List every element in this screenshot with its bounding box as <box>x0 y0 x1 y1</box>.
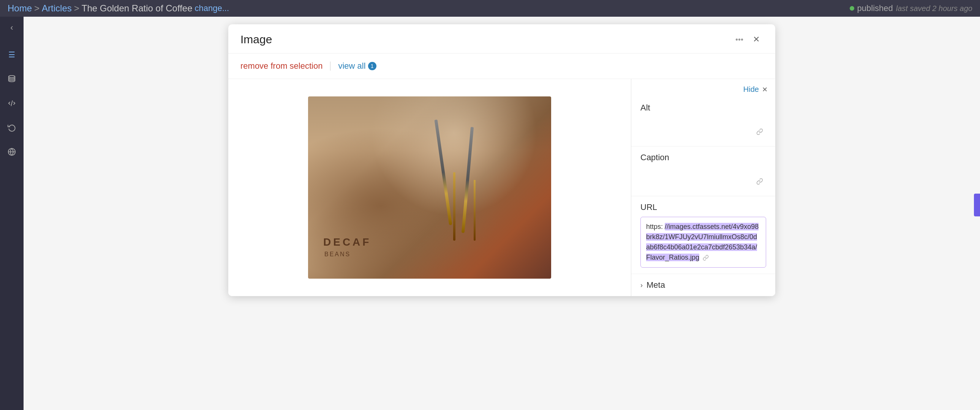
sidebar-icon-history[interactable] <box>5 121 19 134</box>
spoon-right-decoration <box>461 127 474 233</box>
content-area: Image ••• ✕ remove from selection view a… <box>24 17 980 410</box>
topbar: Home > Articles > The Golden Ratio of Co… <box>0 0 980 17</box>
url-text: https: //images.ctfassets.net/4v9xo98brk… <box>646 223 759 261</box>
coffee-drip-right <box>474 180 476 241</box>
sidebar-icon-globe[interactable] <box>5 145 19 159</box>
right-panel-header: Hide ✕ <box>631 79 775 97</box>
url-prefix: https: <box>646 223 665 230</box>
alt-link-icon <box>756 128 763 137</box>
alt-input-area[interactable] <box>640 117 766 140</box>
breadcrumb-articles[interactable]: Articles <box>42 3 72 14</box>
view-all-label: view all <box>338 61 366 71</box>
hide-button[interactable]: Hide <box>743 85 759 94</box>
modal-title: Image <box>240 33 272 46</box>
alt-label: Alt <box>640 103 766 113</box>
image-preview-area: DECAF BEANS <box>228 79 631 296</box>
modal-toolbar: remove from selection view all 1 <box>228 54 775 79</box>
sidebar-back-button[interactable]: ‹ <box>10 23 13 33</box>
meta-section: › Meta <box>631 274 775 296</box>
status-dot <box>850 6 854 11</box>
hide-close-icon[interactable]: ✕ <box>762 86 768 94</box>
decaf-text: DECAF <box>323 236 371 248</box>
coffee-image: DECAF BEANS <box>308 97 551 279</box>
svg-point-0 <box>9 76 15 78</box>
topbar-status: published last saved 2 hours ago <box>850 3 972 13</box>
right-panel: Hide ✕ Alt <box>631 79 775 296</box>
caption-field-section: Caption <box>631 146 775 196</box>
breadcrumb-home[interactable]: Home <box>8 3 32 14</box>
modal-close-button[interactable]: ✕ <box>749 33 763 46</box>
sidebar: ‹ ☰ <box>0 17 24 410</box>
caption-label: Caption <box>640 153 766 162</box>
url-input-box[interactable]: https: //images.ctfassets.net/4v9xo98brk… <box>640 217 766 268</box>
meta-chevron-icon: › <box>640 281 643 289</box>
meta-header[interactable]: › Meta <box>640 280 766 290</box>
change-link[interactable]: change... <box>195 3 229 13</box>
caption-link-icon <box>756 178 763 187</box>
url-label: URL <box>640 202 766 212</box>
modal-body: DECAF BEANS Hide ✕ Alt <box>228 79 775 296</box>
breadcrumb-sep2: > <box>74 3 80 14</box>
meta-label: Meta <box>646 280 665 290</box>
breadcrumb: Home > Articles > The Golden Ratio of Co… <box>8 3 229 14</box>
spoon-left-decoration <box>434 119 452 225</box>
sidebar-icon-database[interactable] <box>5 72 19 86</box>
caption-input-area[interactable] <box>640 167 766 190</box>
sidebar-icon-menu[interactable]: ☰ <box>5 48 19 62</box>
view-all-button[interactable]: view all 1 <box>338 61 376 71</box>
sidebar-icon-code[interactable] <box>5 97 19 110</box>
status-label: published <box>858 3 893 13</box>
url-section: URL https: //images.ctfassets.net/4v9xo9… <box>631 196 775 274</box>
breadcrumb-sep1: > <box>34 3 40 14</box>
alt-field-section: Alt <box>631 97 775 146</box>
side-panel-indicator[interactable] <box>974 194 980 216</box>
main-layout: ‹ ☰ <box>0 17 980 410</box>
more-options-icon[interactable]: ••• <box>735 35 743 44</box>
toolbar-divider <box>330 62 331 71</box>
status-saved-text: last saved 2 hours ago <box>896 4 972 13</box>
view-all-count: 1 <box>368 62 376 70</box>
coffee-drip-left <box>453 172 455 241</box>
breadcrumb-page-title: The Golden Ratio of Coffee <box>82 3 192 14</box>
modal-overlay: Image ••• ✕ remove from selection view a… <box>24 17 980 410</box>
modal-header: Image ••• ✕ <box>228 24 775 54</box>
decaf-sub-text: BEANS <box>325 251 351 258</box>
modal-panel: Image ••• ✕ remove from selection view a… <box>228 24 775 296</box>
remove-from-selection-button[interactable]: remove from selection <box>240 60 323 73</box>
